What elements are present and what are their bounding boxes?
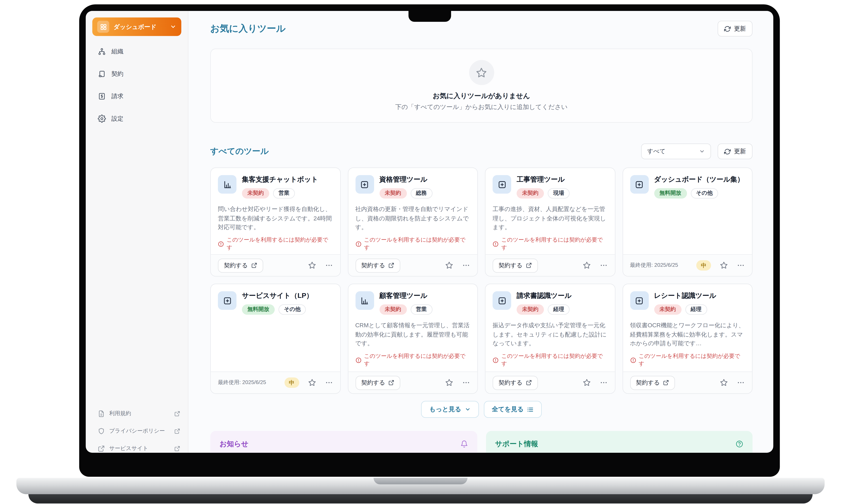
tool-card-footer: 契約する [348, 372, 477, 393]
alert-circle-icon [218, 241, 224, 247]
footer-contract: 契約する [218, 258, 333, 272]
sidebar-item-organization[interactable]: 組織 [86, 44, 188, 58]
sidebar-footer-links: 利用規約 プライバシーポリシー [86, 405, 188, 453]
external-link-icon [174, 445, 180, 451]
contract-button[interactable]: 契約する [493, 258, 538, 272]
sidebar-item-label: ダッシュボード [114, 23, 165, 31]
favorite-star-button[interactable] [445, 261, 453, 269]
status-badge: 無料開放 [242, 304, 275, 315]
favorite-star-button[interactable] [582, 378, 591, 387]
contract-button[interactable]: 契約する [355, 258, 400, 272]
tool-icon-tile [218, 291, 236, 310]
chevron-down-icon [465, 407, 470, 412]
contract-button[interactable]: 契約する [630, 376, 675, 390]
favorite-star-button[interactable] [445, 378, 453, 387]
tool-icon-tile [630, 291, 648, 310]
tool-card: 資格管理ツール 未契約 総務 社内資格の更新・管理を自動でリマインドし、資格の期… [348, 167, 478, 276]
plus-square-icon [223, 296, 232, 305]
contract-label: 契約する [361, 262, 385, 269]
tool-description: 領収書OCR機能とワークフロー化により、経費精算業務を大幅に効率化します。スマホ… [630, 321, 745, 348]
tool-title: レシート認識ツール [654, 291, 745, 301]
tool-card-footer: 契約する [623, 372, 752, 393]
favorite-star-button[interactable] [720, 378, 728, 387]
sidebar-item-settings[interactable]: 設定 [86, 111, 188, 125]
show-all-button[interactable]: 全てを見る [484, 401, 542, 418]
contract-button[interactable]: 契約する [493, 376, 538, 390]
filter-value: すべて [647, 147, 666, 156]
help-circle-icon[interactable] [736, 440, 743, 448]
refresh-icon [724, 148, 731, 155]
sidebar-item-contract[interactable]: 契約 [86, 67, 188, 80]
sidebar-item-label: 組織 [111, 47, 123, 55]
more-options-button[interactable] [737, 261, 745, 269]
favorite-star-button[interactable] [720, 261, 728, 269]
alert-circle-icon [355, 357, 361, 363]
sidebar-item-billing[interactable]: 請求 [86, 89, 188, 103]
sidebar-item-dashboard[interactable]: ダッシュボード [92, 17, 181, 36]
more-options-button[interactable] [737, 378, 745, 387]
external-link-icon [251, 263, 257, 268]
status-badge: 未契約 [242, 188, 269, 199]
contract-button[interactable]: 契約する [355, 376, 400, 390]
laptop-frame: ダッシュボード 組織 [79, 4, 780, 477]
sidebar-link-terms[interactable]: 利用規約 [86, 405, 188, 422]
refresh-label: 更新 [734, 24, 746, 33]
tools-filter-select[interactable]: すべて [641, 143, 711, 159]
tool-card-footer: 契約する [485, 372, 615, 393]
support-panel: サポート情報 お困りの際はこちらをご利用ください [486, 431, 753, 453]
show-more-button[interactable]: もっと見る [421, 401, 479, 418]
plus-square-icon [635, 296, 644, 305]
tool-card-body: サービスサイト（LP） 無料開放 その他 [211, 284, 340, 372]
tool-title: 顧客管理ツール [379, 291, 470, 301]
tool-warning: このツールを利用するには契約が必要です [355, 353, 470, 368]
more-options-button[interactable] [599, 378, 607, 387]
more-options-button[interactable] [462, 378, 470, 387]
tool-icon-tile [493, 291, 511, 310]
refresh-label: 更新 [734, 147, 746, 156]
favorite-star-button[interactable] [308, 261, 316, 269]
more-options-button[interactable] [325, 261, 333, 269]
chevron-down-icon [699, 148, 705, 155]
news-panel: お知らせ ツールに関する最新のお知らせをお届けします [210, 431, 477, 453]
main-content: お気に入りツール 更新 [188, 11, 773, 453]
tool-title: ダッシュボード（ツール集） [654, 175, 745, 184]
tool-card-body: 請求書認識ツール 未契約 経理 振込データ作成や支払い予定管理を一元化します。セ… [485, 284, 615, 372]
warning-text: このツールを利用するには契約が必要です [364, 236, 470, 252]
plus-square-icon [497, 296, 507, 305]
favorites-empty-state: お気に入りツールがありません 下の「すべてのツール」からお気に入りに追加してくだ… [210, 49, 753, 123]
alert-circle-icon [493, 357, 499, 363]
tool-warning: このツールを利用するには契約が必要です [630, 353, 745, 368]
bell-icon[interactable] [460, 440, 468, 448]
tool-warning: このツールを利用するには契約が必要です [493, 236, 607, 252]
show-more-label: もっと見る [429, 405, 461, 413]
tool-icon-tile [493, 175, 511, 194]
contract-label: 契約する [361, 379, 385, 386]
bar-chart-icon [360, 296, 369, 305]
list-icon [527, 406, 534, 413]
tool-card: 顧客管理ツール 未契約 営業 CRMとして顧客情報を一元管理し、営業活動の効率化… [348, 284, 478, 394]
stage: ダッシュボード 組織 [0, 0, 841, 504]
tool-icon-tile [630, 175, 648, 194]
favorite-star-button[interactable] [582, 261, 591, 269]
more-options-button[interactable] [462, 261, 470, 269]
contract-button[interactable]: 契約する [218, 258, 263, 272]
favorite-star-button[interactable] [308, 378, 316, 387]
tool-title: サービスサイト（LP） [242, 291, 333, 301]
warning-text: このツールを利用するには契約が必要です [501, 236, 607, 252]
tool-description: 振込データ作成や支払い予定管理を一元化します。セキュリティにも配慮した設計になっ… [493, 321, 607, 348]
laptop-base [16, 478, 825, 494]
more-options-button[interactable] [325, 378, 333, 387]
alert-circle-icon [630, 357, 636, 363]
more-options-button[interactable] [599, 261, 607, 269]
laptop-base-front [29, 494, 812, 504]
status-badge: 未契約 [379, 304, 407, 315]
sidebar-link-service-site[interactable]: サービスサイト [86, 440, 188, 453]
tools-refresh-button[interactable]: 更新 [718, 143, 753, 159]
external-link-icon [526, 380, 532, 386]
sidebar-item-label: 設定 [111, 114, 123, 123]
sidebar-link-privacy[interactable]: プライバシーポリシー [86, 422, 188, 440]
footer-contract: 契約する [493, 258, 607, 272]
scroll-icon [98, 70, 106, 78]
bar-chart-icon [223, 180, 232, 189]
favorites-refresh-button[interactable]: 更新 [718, 21, 753, 36]
